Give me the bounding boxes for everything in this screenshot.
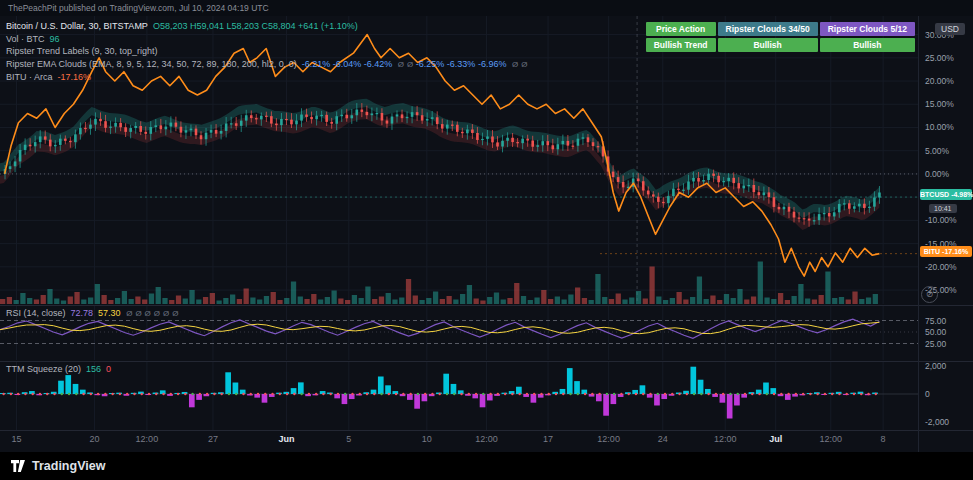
time-tick-label: 12:00 (469, 434, 505, 444)
axis-tick-label: 75.00 (925, 316, 946, 326)
time-tick-label: 12:00 (591, 434, 627, 444)
hidden-indicator-icon[interactable]: Ø (163, 309, 169, 318)
axis-tick-label: 5.00% (925, 146, 949, 156)
time-tick-label: 12:00 (813, 434, 849, 444)
currency-toggle[interactable]: USD (935, 23, 965, 35)
badge-ripster-clouds-34-50: Ripster Clouds 34/50 (718, 22, 818, 36)
time-tick-label: 27 (195, 434, 231, 444)
price-axis[interactable]: BTCUSD -4.98% 10:41 BITU -17.16% 30.00%2… (918, 16, 973, 452)
time-tick-label: 20 (77, 434, 113, 444)
main-legend: Bitcoin / U.S. Dollar, 30, BITSTAMP O58,… (6, 20, 527, 84)
badge-bullish-trend: Bullish Trend (646, 38, 716, 52)
hidden-indicator-icon[interactable]: Ø (398, 60, 404, 69)
axis-tick-label: 0.00% (925, 169, 949, 179)
pane-separator[interactable] (0, 305, 973, 306)
chart-region: Bitcoin / U.S. Dollar, 30, BITSTAMP O58,… (0, 16, 973, 452)
rsi-value: 72.78 (71, 308, 94, 318)
ema-value: -6.33% (447, 59, 476, 69)
time-tick-label: Jul (758, 434, 794, 444)
ema-value: -6.04% (333, 59, 362, 69)
ohlc-high: H59,041 (190, 21, 224, 31)
axis-tick-label: 2,000 (925, 361, 946, 371)
ttm-legend-row[interactable]: TTM Squeeze (20) 156 0 (6, 364, 111, 374)
axis-tick-label: 15.00% (925, 99, 954, 109)
time-tick-label: 8 (865, 434, 901, 444)
time-tick-label: 12:00 (707, 434, 743, 444)
axis-tick-label: -10.00% (925, 215, 957, 225)
ema-value: -6.96% (478, 59, 507, 69)
ema-value: -6.25% (416, 59, 445, 69)
axis-tick-label: 50.00 (925, 327, 946, 337)
volume-legend-row[interactable]: Vol · BTC 96 (6, 33, 527, 46)
rsi-title[interactable]: RSI (14, close) (6, 308, 66, 318)
rsi-ma-value: 57.30 (98, 308, 121, 318)
trend-badge-table: Price Action Ripster Clouds 34/50 Ripste… (646, 22, 915, 52)
badge-bullish-5-12: Bullish (820, 38, 915, 52)
btcusd-price-badge: BTCUSD -4.98% (920, 189, 972, 200)
publish-info-bar: ThePeachPit published on TradingView.com… (0, 0, 973, 16)
trend-labels-title[interactable]: Ripster Trend Labels (9, 30, top_right) (6, 46, 158, 56)
hidden-indicator-icon[interactable]: Ø (521, 60, 527, 69)
trend-labels-legend-row[interactable]: Ripster Trend Labels (9, 30, top_right) (6, 45, 527, 58)
ema-value: -6.42% (364, 59, 393, 69)
axis-tick-label: -20.00% (925, 262, 957, 272)
symbol-title[interactable]: Bitcoin / U.S. Dollar, 30, BITSTAMP (6, 21, 148, 31)
scale-mode-icon[interactable]: ⊘ (921, 286, 938, 303)
change-value: +641 (+1.10%) (298, 21, 358, 31)
pane-separator[interactable] (0, 361, 973, 362)
symbol-legend-row[interactable]: Bitcoin / U.S. Dollar, 30, BITSTAMP O58,… (6, 20, 527, 33)
ttm-dot-value: 0 (106, 364, 111, 374)
time-tick-label: 15 (0, 434, 35, 444)
bitu-label[interactable]: BITU · Arca (6, 72, 53, 82)
ema-clouds-legend-row[interactable]: Ripster EMA Clouds (EMA, 8, 9, 5, 12, 34… (6, 58, 527, 72)
badge-ripster-clouds-5-12: Ripster Clouds 5/12 (820, 22, 915, 36)
ema-clouds-title[interactable]: Ripster EMA Clouds (EMA, 8, 9, 5, 12, 34… (6, 59, 297, 69)
tradingview-logo-icon[interactable] (10, 459, 26, 473)
ohlc-low: L58,203 (227, 21, 260, 31)
ohlc-open: O58,203 (153, 21, 188, 31)
badge-price-action: Price Action (646, 22, 716, 36)
hidden-indicator-icon[interactable]: Ø (126, 309, 132, 318)
ttm-value: 156 (86, 364, 101, 374)
volume-value: 96 (50, 34, 60, 44)
time-tick-label: 17 (530, 434, 566, 444)
time-tick-label: 10 (409, 434, 445, 444)
badge-bullish-34-50: Bullish (718, 38, 818, 52)
footer-bar: TradingView (0, 452, 973, 480)
ema-value: -6.21% (302, 59, 331, 69)
hidden-indicator-icon[interactable]: Ø (145, 309, 151, 318)
tradingview-wordmark[interactable]: TradingView (32, 459, 105, 473)
bitu-price-badge: BITU -17.16% (920, 246, 972, 257)
time-tick-label: 24 (645, 434, 681, 444)
axis-tick-label: 20.00% (925, 76, 954, 86)
time-tick-label: 5 (331, 434, 367, 444)
hidden-indicator-icon[interactable]: Ø (407, 60, 413, 69)
axis-tick-label: 0 (925, 389, 930, 399)
axis-tick-label: -2,000 (925, 417, 949, 427)
rsi-legend-row[interactable]: RSI (14, close) 72.78 57.30 ØØØØØØ (6, 308, 179, 318)
bitu-change-value: -17.16% (58, 72, 92, 82)
hidden-indicator-icon[interactable]: Ø (135, 309, 141, 318)
time-axis[interactable]: 152012:0027Jun51012:001712:002412:00Jul1… (0, 430, 918, 452)
axis-tick-label: 25.00% (925, 53, 954, 63)
volume-bars (0, 262, 878, 305)
hidden-indicator-icon[interactable]: Ø (512, 60, 518, 69)
bitu-legend-row[interactable]: BITU · Arca -17.16% (6, 71, 527, 84)
bar-countdown: 10:41 (929, 204, 957, 213)
time-tick-label: 12:00 (129, 434, 165, 444)
ttm-squeeze-chart[interactable] (0, 362, 918, 430)
ohlc-close: C58,804 (262, 21, 296, 31)
volume-label[interactable]: Vol · BTC (6, 34, 45, 44)
hidden-indicator-icon[interactable]: Ø (172, 309, 178, 318)
hidden-indicator-icon[interactable]: Ø (154, 309, 160, 318)
time-tick-label: Jun (268, 434, 304, 444)
ttm-title[interactable]: TTM Squeeze (20) (6, 364, 81, 374)
publish-info-text: ThePeachPit published on TradingView.com… (8, 3, 269, 13)
axis-tick-label: 25.00 (925, 339, 946, 349)
axis-tick-label: 10.00% (925, 122, 954, 132)
